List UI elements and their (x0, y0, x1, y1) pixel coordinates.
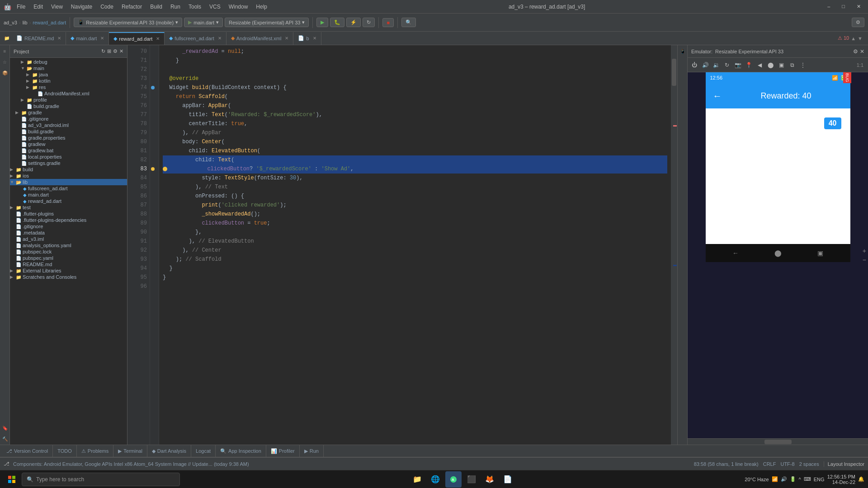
tree-item-external-libraries[interactable]: ▶ 📁 External Libraries (10, 267, 127, 274)
tree-item-gitignore-root[interactable]: 📄 .gitignore (10, 223, 127, 230)
tab-main-dart-close[interactable]: ✕ (100, 36, 104, 41)
device-selector-dropdown[interactable]: 📱 Resizable Experimental API 33 (mobile)… (74, 18, 182, 27)
bookmarks-icon[interactable]: 🔖 (1, 424, 9, 432)
resource-manager-icon[interactable]: 📦 (1, 69, 9, 77)
stop-button[interactable]: ■ (382, 18, 394, 27)
tree-item-pubspec-lock[interactable]: 📄 pubspec.lock (10, 249, 127, 255)
tab-b-close[interactable]: ✕ (313, 36, 316, 41)
tab-fullscreen-ad-close[interactable]: ✕ (218, 36, 222, 41)
tree-item-metadata[interactable]: 📄 .metadata (10, 230, 127, 236)
bottom-tab-logcat[interactable]: Logcat (191, 445, 216, 457)
tab-android-manifest-close[interactable]: ✕ (285, 36, 288, 41)
menu-run[interactable]: Run (168, 4, 183, 10)
favorites-icon[interactable]: ☆ (1, 58, 9, 66)
main-dart-dropdown[interactable]: ▶ main.dart ▾ (184, 18, 223, 27)
tree-item-build[interactable]: ▶ 📁 build (10, 166, 127, 173)
tree-item-readme[interactable]: 📄 README.md (10, 261, 127, 267)
tree-item-res[interactable]: ▶ 📁 res (10, 84, 127, 90)
tab-reward-ad[interactable]: ◆ reward_ad.dart ✕ (109, 32, 165, 45)
code-editor-content[interactable]: _rewardedAd = null; } @override Widget b… (159, 45, 671, 445)
emu-location-btn[interactable]: 📍 (744, 60, 754, 70)
tree-item-pubspec-yaml[interactable]: 📄 pubspec.yaml (10, 255, 127, 261)
tab-b[interactable]: 📄 b ✕ (293, 32, 321, 45)
tree-item-analysis-opts[interactable]: 📄 analysis_options.yaml (10, 242, 127, 249)
tree-item-scratches[interactable]: ▶ 📁 Scratches and Consoles (10, 274, 127, 280)
menu-vcs[interactable]: VCS (207, 4, 223, 10)
emu-screenshot-btn[interactable]: 📷 (733, 60, 743, 70)
tab-readme-close[interactable]: ✕ (57, 36, 61, 41)
bottom-tab-profiler[interactable]: 📊 Profiler (266, 445, 300, 457)
settings-button[interactable]: ⚙ (852, 18, 864, 27)
emulator-close-icon[interactable]: ✕ (860, 48, 864, 55)
emu-home-btn[interactable]: ⬤ (765, 60, 775, 70)
menu-navigate[interactable]: Navigate (68, 4, 95, 10)
tree-item-settings-gradle[interactable]: 📄 settings.gradle (10, 160, 127, 166)
menu-window[interactable]: Window (226, 4, 251, 10)
structure-icon[interactable]: ≡ (1, 47, 9, 55)
phone-nav-recents[interactable]: ▣ (817, 249, 823, 257)
tree-item-iml[interactable]: 📄 ad_v3_android.iml (10, 122, 127, 128)
error-nav-up[interactable]: ▲ (851, 36, 856, 41)
project-settings-icon[interactable]: ⚙ (113, 48, 118, 54)
tree-item-flutter-plugins[interactable]: 📄 .flutter-plugins (10, 211, 127, 217)
tree-item-main-dart[interactable]: ◆ main.dart (10, 192, 127, 198)
menu-refactor[interactable]: Refactor (119, 4, 145, 10)
phone-back-button[interactable]: ← (713, 91, 722, 101)
zoom-out-button[interactable]: − (863, 256, 866, 263)
tree-item-debug[interactable]: ▶ 📁 debug (10, 59, 127, 65)
taskbar-android-studio[interactable]: A (445, 471, 462, 488)
emulator-icon[interactable]: 📱 (679, 47, 687, 55)
emu-volume-down-btn[interactable]: 🔉 (711, 60, 721, 70)
cursor-position[interactable]: 83:58 (58 chars, 1 line break) (694, 461, 759, 467)
profile-button[interactable]: ⚡ (346, 18, 361, 27)
taskbar-file-explorer[interactable]: 📁 (409, 471, 425, 488)
taskbar-search-bar[interactable]: 🔍 Type here to search (22, 473, 180, 486)
project-close-icon[interactable]: ✕ (119, 48, 123, 54)
minimize-button[interactable]: – (824, 3, 834, 10)
tree-item-ad-v3-iml[interactable]: 📄 ad_v3.iml (10, 236, 127, 242)
bottom-tab-problems[interactable]: ⚠ Problems (77, 445, 113, 457)
breadcrumb-project[interactable]: ad_v3 (4, 20, 17, 25)
tree-item-main[interactable]: ▼ 📂 main (10, 65, 127, 71)
run-button[interactable]: ▶ (316, 18, 328, 27)
menu-tools[interactable]: Tools (186, 4, 204, 10)
close-button[interactable]: ✕ (853, 3, 864, 10)
debug-button[interactable]: 🐛 (330, 18, 344, 27)
bottom-tab-version-control[interactable]: ⎇ Version Control (2, 445, 53, 457)
bottom-tab-run[interactable]: ▶ Run (300, 445, 324, 457)
tab-fullscreen-ad[interactable]: ◆ fullscreen_ad.dart ✕ (165, 32, 226, 45)
breadcrumb-file[interactable]: reward_ad.dart (33, 20, 66, 25)
emu-rotate-btn[interactable]: ↻ (722, 60, 732, 70)
menu-view[interactable]: View (48, 4, 66, 10)
tree-item-kotlin[interactable]: ▶ 📁 kotlin (10, 78, 127, 84)
tab-readme[interactable]: 📄 README.md ✕ (12, 32, 66, 45)
phone-nav-back[interactable]: ← (732, 249, 739, 257)
tree-item-java[interactable]: ▶ 📁 java (10, 71, 127, 78)
tree-item-androidmanifest[interactable]: 📄 AndroidManifest.xml (10, 90, 127, 97)
taskbar-cmd[interactable]: ⬛ (463, 471, 480, 488)
menu-help[interactable]: Help (253, 4, 270, 10)
maximize-button[interactable]: □ (838, 3, 849, 10)
apply-changes-button[interactable]: ↻ (363, 18, 375, 27)
taskbar-up-arrow-icon[interactable]: ^ (799, 477, 801, 482)
layout-inspector-btn[interactable]: Layout Inspector (824, 461, 864, 467)
emu-recents-btn[interactable]: ▣ (776, 60, 786, 70)
bottom-tab-terminal[interactable]: ▶ Terminal (113, 445, 147, 457)
tree-item-gitignore-android[interactable]: 📄 .gitignore (10, 116, 127, 122)
line-sep-label[interactable]: CRLF (763, 461, 776, 467)
emulator-scrollbar-thumb[interactable] (764, 440, 792, 444)
project-sync-icon[interactable]: ↻ (101, 48, 105, 54)
tree-item-gradle-props[interactable]: 📄 gradle.properties (10, 135, 127, 141)
menu-edit[interactable]: Edit (31, 4, 46, 10)
emu-volume-up-btn[interactable]: 🔊 (700, 60, 710, 70)
taskbar-firefox[interactable]: 🦊 (481, 471, 498, 488)
editor-scrollbar[interactable] (671, 45, 677, 445)
tree-item-gradlew[interactable]: 📄 gradlew (10, 141, 127, 147)
api-selector-dropdown[interactable]: Resizable (Experimental) API 33 ▾ (225, 18, 309, 27)
bottom-tab-app-inspection[interactable]: 🔍 App Inspection (216, 445, 266, 457)
windows-start-button[interactable] (4, 471, 20, 488)
zoom-in-button[interactable]: + (863, 247, 866, 254)
emu-fold-btn[interactable]: ⧉ (787, 60, 797, 70)
build-icon[interactable]: 🔨 (1, 435, 9, 443)
error-nav-down[interactable]: ▼ (858, 36, 863, 41)
